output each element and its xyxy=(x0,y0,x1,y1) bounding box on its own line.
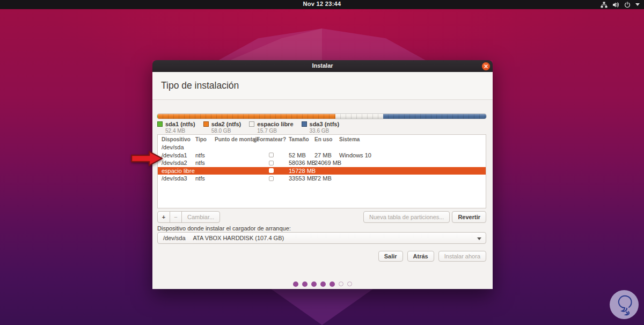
remove-partition-button[interactable]: − xyxy=(170,211,182,223)
change-partition-button[interactable]: Cambiar... xyxy=(181,211,220,223)
progress-dot xyxy=(320,281,326,287)
window-body: Tipo de instalación sda1 (ntfs) 52.4 MB … xyxy=(152,72,493,289)
table-action-buttons: Nueva tabla de particiones... Revertir xyxy=(363,211,486,223)
bootloader-model: ATA VBOX HARDDISK (107.4 GB) xyxy=(193,235,284,241)
page-title: Tipo de instalación xyxy=(161,80,239,91)
legend-item: espacio libre 15.7 GB xyxy=(249,121,293,134)
window-titlebar[interactable]: Instalar xyxy=(152,60,493,72)
format-checkbox[interactable] xyxy=(269,168,274,173)
watermark-logo-icon xyxy=(610,290,639,319)
window-title: Instalar xyxy=(152,62,493,69)
annotation-arrow-icon xyxy=(130,150,164,167)
table-row-free-space-selected[interactable]: espacio libre 15728 MB xyxy=(158,167,486,175)
back-button[interactable]: Atrás xyxy=(407,251,434,262)
format-checkbox[interactable] xyxy=(269,176,274,181)
wallpaper-shape xyxy=(271,289,373,325)
system-tray[interactable] xyxy=(601,0,640,9)
legend-swatch xyxy=(249,121,254,127)
legend-swatch xyxy=(157,121,163,127)
format-checkbox[interactable] xyxy=(269,153,274,157)
partition-usage-bar xyxy=(157,114,486,119)
partition-segment-espacio-libre xyxy=(335,114,383,119)
partition-segment-sda3 xyxy=(383,114,486,119)
add-partition-button[interactable]: + xyxy=(157,211,170,223)
power-icon xyxy=(624,2,631,8)
menu-chevron-icon xyxy=(635,3,640,6)
legend-swatch xyxy=(203,121,209,127)
legend-swatch xyxy=(302,121,307,127)
volume-icon xyxy=(612,2,619,8)
progress-dot xyxy=(311,281,317,287)
table-header-row: Dispositivo Tipo Punto de montaje ¿Forma… xyxy=(158,135,486,143)
legend-item: sda3 (ntfs) 33.6 GB xyxy=(302,121,340,134)
table-row-sda2[interactable]: /dev/sda2 ntfs 58036 MB 24069 MB xyxy=(158,159,486,167)
quit-button[interactable]: Salir xyxy=(378,251,403,262)
partition-edit-buttons: + − Cambiar... xyxy=(157,211,220,223)
installer-window: Instalar Tipo de instalación sda1 (ntfs)… xyxy=(152,60,493,289)
table-row-sda3[interactable]: /dev/sda3 ntfs 33553 MB 72 MB xyxy=(158,175,486,183)
page-header: Tipo de instalación xyxy=(152,72,493,100)
partition-legend: sda1 (ntfs) 52.4 MB sda2 (ntfs) 58.0 GB … xyxy=(157,121,347,134)
progress-dot xyxy=(302,281,308,287)
gnome-top-bar: Nov 12 23:44 xyxy=(0,0,644,9)
desktop: Nov 12 23:44 xyxy=(0,0,644,325)
close-icon xyxy=(484,64,488,68)
bootloader-label: Dispositivo donde instalar el cargador d… xyxy=(157,225,291,232)
legend-item: sda2 (ntfs) 58.0 GB xyxy=(203,121,241,134)
bootloader-device: /dev/sda xyxy=(163,235,186,241)
revert-button[interactable]: Revertir xyxy=(452,211,486,223)
progress-dot xyxy=(293,281,298,287)
table-row-sda1[interactable]: /dev/sda1 ntfs 52 MB 27 MB Windows 10 xyxy=(158,151,486,160)
table-row-sda[interactable]: /dev/sda xyxy=(158,143,486,151)
install-now-button[interactable]: Instalar ahora xyxy=(438,251,486,262)
partition-segment-sda2 xyxy=(158,114,335,119)
legend-item: sda1 (ntfs) 52.4 MB xyxy=(157,121,195,134)
network-icon xyxy=(601,2,608,8)
bootloader-device-dropdown[interactable]: /dev/sda ATA VBOX HARDDISK (107.4 GB) xyxy=(157,232,486,244)
format-checkbox[interactable] xyxy=(269,161,274,165)
wizard-nav-buttons: Salir Atrás Instalar ahora xyxy=(378,251,486,262)
progress-dot xyxy=(347,281,352,286)
partition-table: Dispositivo Tipo Punto de montaje ¿Forma… xyxy=(157,134,486,208)
progress-dot xyxy=(339,281,343,286)
clock[interactable]: Nov 12 23:44 xyxy=(0,1,644,7)
new-partition-table-button[interactable]: Nueva tabla de particiones... xyxy=(363,211,450,223)
progress-dot xyxy=(330,281,335,287)
wizard-progress-dots xyxy=(152,281,493,287)
chevron-down-icon xyxy=(477,237,481,240)
close-button[interactable] xyxy=(482,62,490,70)
